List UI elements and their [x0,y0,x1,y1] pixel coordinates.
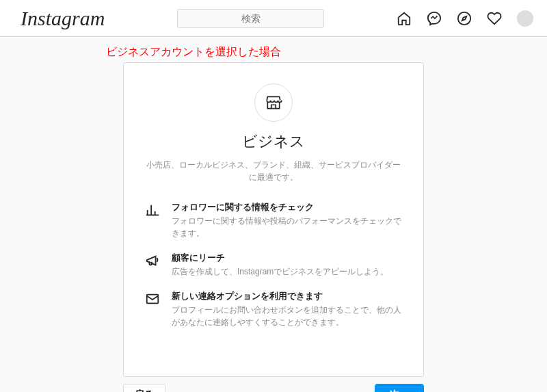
feature-row: 新しい連絡オプションを利用できます プロフィールにお問い合わせボタンを追加するこ… [144,290,403,328]
storefront-icon [254,83,293,122]
feature-row: 顧客にリーチ 広告を作成して、Instagramでビジネスをアピールしよう。 [144,252,403,278]
insights-icon [144,201,161,218]
instagram-logo[interactable]: Instagram [14,7,105,30]
messenger-icon[interactable] [427,11,442,26]
explore-icon[interactable] [457,11,472,26]
search-container [177,9,324,28]
top-navbar: Instagram [0,0,547,37]
nav-icons [397,10,533,27]
next-button[interactable]: 次へ [375,384,424,392]
feature-title: 顧客にリーチ [172,252,403,264]
envelope-icon [144,290,161,306]
business-card: ビジネス 小売店、ローカルビジネス、ブランド、組織、サービスプロバイダーに最適で… [123,62,424,377]
heart-icon[interactable] [487,11,502,26]
avatar[interactable] [517,10,533,27]
footer-buttons: 戻る 次へ [123,384,424,392]
feature-title: フォロワーに関する情報をチェック [172,201,403,213]
feature-title: 新しい連絡オプションを利用できます [172,290,403,302]
home-icon[interactable] [397,11,412,26]
search-input[interactable] [177,9,324,28]
annotation-text: ビジネスアカウントを選択した場合 [0,37,547,62]
feature-desc: フォロワーに関する情報や投稿のパフォーマンスをチェックできます。 [172,215,403,239]
card-subtitle: 小売店、ローカルビジネス、ブランド、組織、サービスプロバイダーに最適です。 [144,159,403,183]
back-button[interactable]: 戻る [123,384,165,392]
card-title: ビジネス [144,131,403,152]
feature-desc: 広告を作成して、Instagramでビジネスをアピールしよう。 [172,265,403,278]
megaphone-icon [144,252,161,268]
feature-desc: プロフィールにお問い合わせボタンを追加することで、他の人があなたに連絡しやすくす… [172,304,403,328]
svg-point-0 [458,12,470,24]
feature-row: フォロワーに関する情報をチェック フォロワーに関する情報や投稿のパフォーマンスを… [144,201,403,239]
